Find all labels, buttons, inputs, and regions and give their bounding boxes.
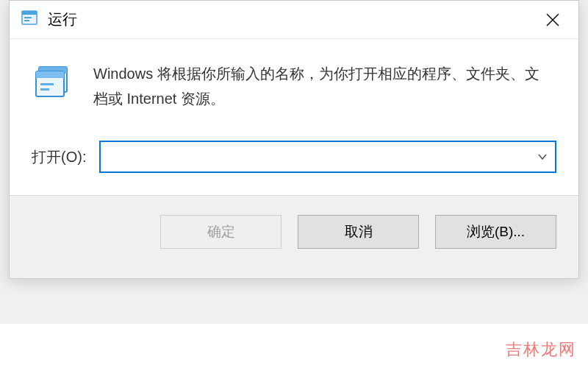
- titlebar-left: 运行: [20, 9, 77, 31]
- cancel-button[interactable]: 取消: [298, 215, 419, 249]
- svg-rect-11: [40, 88, 49, 91]
- watermark: 吉林龙网: [506, 339, 576, 361]
- svg-rect-9: [36, 71, 64, 78]
- ok-button: 确定: [160, 215, 282, 249]
- svg-rect-3: [24, 20, 29, 21]
- open-label: 打开(O):: [32, 147, 86, 167]
- open-input[interactable]: [101, 142, 530, 171]
- run-large-icon: [32, 61, 73, 105]
- description-text: Windows 将根据你所输入的名称，为你打开相应的程序、文件夹、文档或 Int…: [93, 61, 556, 111]
- svg-rect-10: [40, 83, 54, 85]
- run-dialog: 运行 Windows 将根据你所输入的名称，为你打开相应的程序、文件夹、文: [9, 0, 579, 279]
- svg-rect-2: [24, 17, 32, 18]
- description-row: Windows 将根据你所输入的名称，为你打开相应的程序、文件夹、文档或 Int…: [32, 61, 556, 111]
- run-icon: [20, 9, 39, 31]
- button-row: 确定 取消 浏览(B)...: [10, 195, 578, 278]
- titlebar: 运行: [10, 1, 578, 39]
- browse-button[interactable]: 浏览(B)...: [435, 215, 556, 249]
- close-button[interactable]: [527, 1, 578, 39]
- svg-rect-1: [22, 11, 37, 15]
- input-row: 打开(O):: [32, 141, 556, 173]
- dialog-body: Windows 将根据你所输入的名称，为你打开相应的程序、文件夹、文档或 Int…: [10, 39, 578, 195]
- chevron-down-icon[interactable]: [530, 142, 555, 171]
- open-combobox[interactable]: [99, 141, 556, 173]
- dialog-title: 运行: [48, 10, 77, 29]
